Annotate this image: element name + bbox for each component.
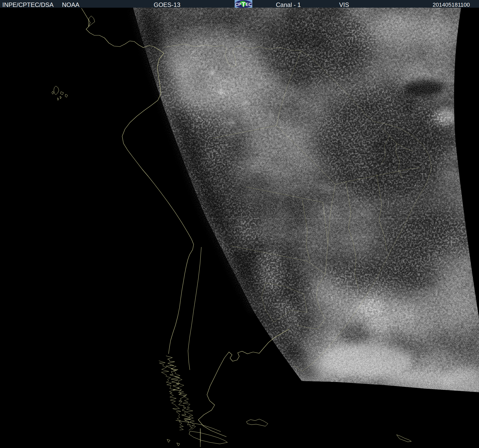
svg-text:CP: CP bbox=[235, 2, 241, 7]
svg-text:EC: EC bbox=[246, 2, 252, 7]
svg-text:T: T bbox=[242, 1, 245, 8]
